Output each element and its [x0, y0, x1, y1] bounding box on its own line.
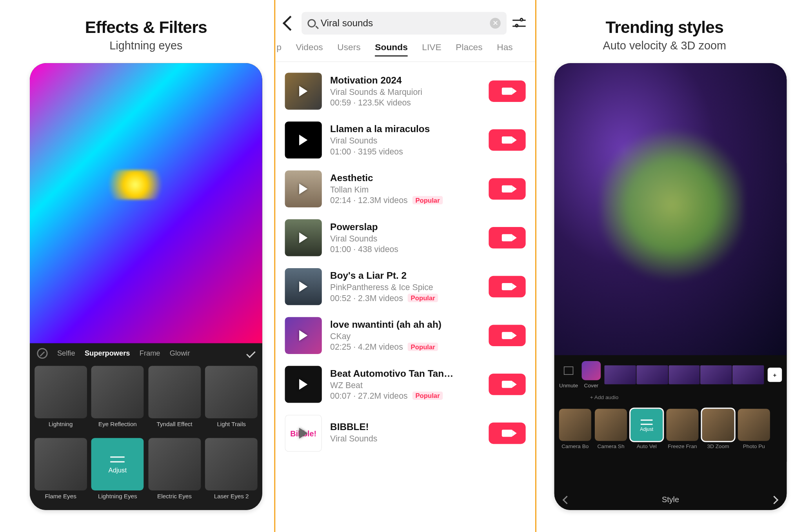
sound-meta: PowerslapViral Sounds01:00 · 438 videos — [330, 222, 480, 254]
sound-stats: 01:00 · 3195 videos — [330, 147, 480, 156]
record-button[interactable] — [489, 129, 525, 151]
effect-item[interactable]: Light Trails — [204, 366, 259, 436]
effect-item[interactable]: Lightning — [33, 366, 88, 436]
sound-meta: Llamen a la miraculosViral Sounds01:00 ·… — [330, 124, 480, 156]
sound-artist: Tollan Kim — [330, 185, 480, 194]
tab-glowir[interactable]: Glowir — [170, 349, 190, 358]
tab-hashtags[interactable]: Has — [497, 42, 513, 56]
style-thumb — [738, 409, 770, 441]
sound-row[interactable]: Boy's a Liar Pt. 2PinkPantheress & Ice S… — [275, 262, 535, 311]
style-item[interactable]: AdjustAuto Vel — [630, 409, 663, 449]
effect-item[interactable]: Eye Reflection — [90, 366, 145, 436]
timeline-strip[interactable] — [604, 365, 764, 385]
cover-button[interactable]: Cover — [582, 361, 601, 389]
record-button[interactable] — [489, 276, 525, 298]
style-label: Freeze Fran — [668, 443, 697, 449]
sound-thumbnail[interactable] — [285, 219, 322, 256]
effect-item[interactable]: Electric Eyes — [147, 438, 202, 508]
camera-icon — [502, 381, 512, 388]
record-button[interactable] — [489, 178, 525, 200]
clear-icon[interactable]: ✕ — [490, 18, 500, 29]
sound-thumbnail[interactable] — [285, 366, 322, 403]
style-item[interactable]: Photo Pu — [738, 409, 770, 449]
sound-thumbnail[interactable] — [285, 317, 322, 354]
confirm-icon[interactable] — [246, 349, 256, 358]
popular-badge: Popular — [412, 392, 443, 400]
sound-stats: 00:07 · 27.2M videosPopular — [330, 391, 480, 400]
sound-row[interactable]: AestheticTollan Kim02:14 · 12.3M videosP… — [275, 165, 535, 214]
style-label: Photo Pu — [743, 443, 765, 449]
panel3-subtitle: Auto velocity & 3D zoom — [554, 39, 775, 52]
sound-row[interactable]: PowerslapViral Sounds01:00 · 438 videos — [275, 213, 535, 262]
add-clip-button[interactable]: + — [768, 368, 782, 382]
sound-thumbnail[interactable] — [285, 268, 322, 305]
panel3-title: Trending styles — [554, 18, 775, 37]
effect-item[interactable]: Laser Eyes 2 — [204, 438, 259, 508]
tab-live[interactable]: LIVE — [422, 42, 441, 56]
record-button[interactable] — [489, 423, 525, 444]
record-button[interactable] — [489, 227, 525, 249]
play-icon — [299, 281, 307, 292]
add-audio-button[interactable]: + Add audio — [554, 394, 787, 404]
filter-icon[interactable] — [512, 18, 525, 29]
search-input[interactable]: Viral sounds ✕ — [302, 12, 507, 34]
unmute-button[interactable]: Unmute — [559, 361, 578, 389]
effect-item[interactable]: Flame Eyes — [33, 438, 88, 508]
tab-selfie[interactable]: Selfie — [57, 349, 75, 358]
sound-row[interactable]: Motivation 2024Viral Sounds & Marquiori0… — [275, 67, 535, 116]
style-label: Camera Bo — [561, 443, 589, 449]
tab-partial[interactable]: p — [276, 42, 282, 56]
popular-badge: Popular — [408, 294, 438, 302]
sound-row[interactable]: love nwantinti (ah ah ah)CKay02:25 · 4.2… — [275, 311, 535, 360]
sound-stats: 02:25 · 4.2M videosPopular — [330, 342, 480, 351]
panel-effects: Effects & Filters Lightning eyes Selfie … — [0, 0, 274, 532]
popular-badge: Popular — [408, 343, 438, 351]
style-item[interactable]: Freeze Fran — [666, 409, 698, 449]
cover-thumb — [582, 361, 601, 380]
play-icon — [299, 232, 307, 243]
tab-superpowers[interactable]: Superpowers — [85, 349, 130, 358]
tab-frame[interactable]: Frame — [140, 349, 160, 358]
play-icon — [299, 428, 307, 438]
effect-item[interactable]: Tyndall Effect — [147, 366, 202, 436]
chevron-left-icon[interactable] — [563, 496, 571, 504]
panel3-heading: Trending styles Auto velocity & 3D zoom — [554, 18, 775, 53]
style-item[interactable]: Camera Sh — [595, 409, 627, 449]
style-label: Camera Sh — [597, 443, 624, 449]
timeline-panel: Unmute Cover + + Add audio Camera BoCame… — [554, 355, 787, 510]
cancel-icon[interactable] — [37, 348, 47, 359]
tab-sounds[interactable]: Sounds — [375, 42, 408, 56]
tab-videos[interactable]: Videos — [296, 42, 323, 56]
tab-places[interactable]: Places — [456, 42, 482, 56]
play-icon — [299, 330, 307, 341]
style-item[interactable]: 3D Zoom — [702, 409, 734, 449]
sound-row[interactable]: Bibble!BIBBLE!Viral Sounds — [275, 409, 535, 458]
effect-adjust[interactable]: AdjustLightning Eyes — [90, 438, 145, 508]
sound-artist: Viral Sounds — [330, 234, 480, 243]
sound-artist: Viral Sounds & Marquiori — [330, 87, 480, 96]
sound-row[interactable]: Beat Automotivo Tan Tan…WZ Beat00:07 · 2… — [275, 360, 535, 409]
camera-icon — [502, 87, 512, 94]
sound-thumbnail[interactable] — [285, 171, 322, 207]
record-button[interactable] — [489, 325, 525, 346]
sound-thumbnail[interactable] — [285, 122, 322, 158]
camera-icon — [502, 332, 512, 339]
play-icon — [299, 86, 307, 96]
play-icon — [299, 135, 307, 145]
sound-row[interactable]: Llamen a la miraculosViral Sounds01:00 ·… — [275, 116, 535, 165]
sound-artist: CKay — [330, 331, 480, 341]
tab-users[interactable]: Users — [337, 42, 361, 56]
sound-thumbnail[interactable] — [285, 73, 322, 109]
style-item[interactable]: Camera Bo — [559, 409, 591, 449]
record-button[interactable] — [489, 80, 525, 102]
camera-icon — [502, 283, 512, 290]
record-button[interactable] — [489, 374, 525, 395]
chevron-right-icon[interactable] — [770, 496, 778, 504]
sound-meta: Motivation 2024Viral Sounds & Marquiori0… — [330, 75, 480, 107]
sound-stats: 02:14 · 12.3M videosPopular — [330, 196, 480, 205]
sound-thumbnail[interactable]: Bibble! — [285, 415, 322, 452]
style-footer: Style — [554, 489, 787, 510]
back-icon[interactable] — [283, 16, 298, 31]
phone-effects: Selfie Superpowers Frame Glowir Lightnin… — [30, 63, 262, 510]
trending-preview-image — [554, 63, 787, 355]
